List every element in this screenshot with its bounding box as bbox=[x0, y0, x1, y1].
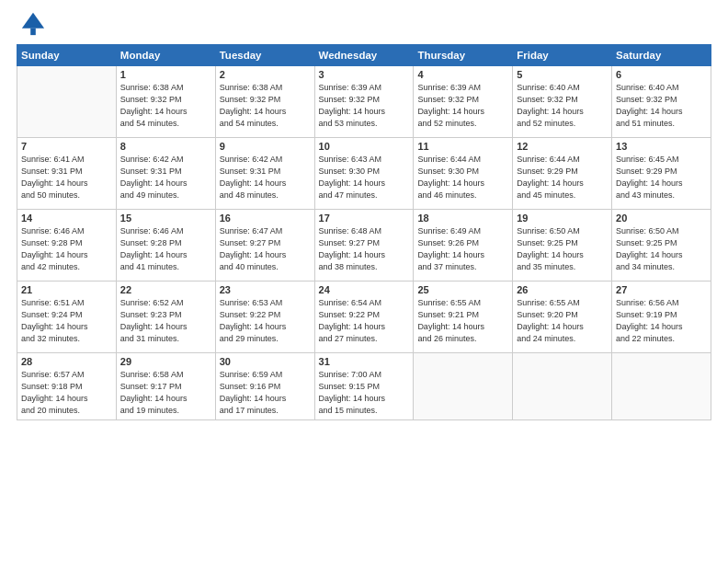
day-number: 31 bbox=[319, 356, 410, 367]
calendar-cell: 7Sunrise: 6:41 AMSunset: 9:31 PMDaylight… bbox=[17, 138, 117, 210]
calendar-cell: 31Sunrise: 7:00 AMSunset: 9:15 PMDayligh… bbox=[314, 353, 414, 420]
calendar-cell: 14Sunrise: 6:46 AMSunset: 9:28 PMDayligh… bbox=[17, 210, 117, 282]
day-number: 26 bbox=[517, 284, 608, 295]
day-info: Sunrise: 6:38 AMSunset: 9:32 PMDaylight:… bbox=[220, 82, 311, 130]
day-info: Sunrise: 6:54 AMSunset: 9:22 PMDaylight:… bbox=[319, 297, 410, 345]
day-info: Sunrise: 6:51 AMSunset: 9:24 PMDaylight:… bbox=[21, 297, 112, 345]
day-number: 12 bbox=[517, 141, 608, 152]
weekday-header-thursday: Thursday bbox=[414, 45, 513, 66]
day-number: 25 bbox=[417, 284, 508, 295]
day-number: 2 bbox=[220, 69, 311, 80]
weekday-header-monday: Monday bbox=[116, 45, 215, 66]
calendar-cell: 17Sunrise: 6:48 AMSunset: 9:27 PMDayligh… bbox=[314, 210, 414, 282]
day-info: Sunrise: 6:45 AMSunset: 9:29 PMDaylight:… bbox=[616, 154, 707, 201]
day-number: 6 bbox=[616, 69, 707, 80]
calendar-cell: 3Sunrise: 6:39 AMSunset: 9:32 PMDaylight… bbox=[314, 66, 414, 138]
calendar-cell: 2Sunrise: 6:38 AMSunset: 9:32 PMDaylight… bbox=[215, 66, 314, 138]
calendar-cell: 23Sunrise: 6:53 AMSunset: 9:22 PMDayligh… bbox=[215, 282, 314, 353]
day-number: 15 bbox=[120, 213, 211, 224]
day-number: 29 bbox=[120, 356, 211, 367]
day-info: Sunrise: 7:00 AMSunset: 9:15 PMDaylight:… bbox=[319, 369, 410, 417]
day-info: Sunrise: 6:43 AMSunset: 9:30 PMDaylight:… bbox=[319, 154, 410, 201]
day-number: 8 bbox=[120, 141, 211, 152]
day-info: Sunrise: 6:42 AMSunset: 9:31 PMDaylight:… bbox=[120, 154, 211, 201]
day-info: Sunrise: 6:39 AMSunset: 9:32 PMDaylight:… bbox=[319, 82, 410, 130]
day-info: Sunrise: 6:46 AMSunset: 9:28 PMDaylight:… bbox=[21, 225, 112, 273]
calendar-cell: 19Sunrise: 6:50 AMSunset: 9:25 PMDayligh… bbox=[513, 210, 612, 282]
calendar-cell: 28Sunrise: 6:57 AMSunset: 9:18 PMDayligh… bbox=[17, 353, 117, 420]
day-info: Sunrise: 6:53 AMSunset: 9:22 PMDaylight:… bbox=[220, 297, 311, 345]
day-info: Sunrise: 6:40 AMSunset: 9:32 PMDaylight:… bbox=[517, 82, 608, 130]
weekday-header-saturday: Saturday bbox=[612, 45, 711, 66]
day-info: Sunrise: 6:55 AMSunset: 9:20 PMDaylight:… bbox=[517, 297, 608, 345]
calendar-cell: 12Sunrise: 6:44 AMSunset: 9:29 PMDayligh… bbox=[513, 138, 612, 210]
calendar-cell: 20Sunrise: 6:50 AMSunset: 9:25 PMDayligh… bbox=[612, 210, 711, 282]
day-info: Sunrise: 6:44 AMSunset: 9:30 PMDaylight:… bbox=[417, 154, 508, 201]
day-info: Sunrise: 6:48 AMSunset: 9:27 PMDaylight:… bbox=[319, 225, 410, 273]
day-number: 11 bbox=[417, 141, 508, 152]
calendar-cell: 9Sunrise: 6:42 AMSunset: 9:31 PMDaylight… bbox=[215, 138, 314, 210]
day-info: Sunrise: 6:56 AMSunset: 9:19 PMDaylight:… bbox=[616, 297, 707, 345]
calendar-cell bbox=[17, 66, 117, 138]
calendar-cell: 1Sunrise: 6:38 AMSunset: 9:32 PMDaylight… bbox=[116, 66, 215, 138]
day-info: Sunrise: 6:41 AMSunset: 9:31 PMDaylight:… bbox=[21, 154, 112, 201]
day-number: 28 bbox=[21, 356, 112, 367]
calendar-cell: 5Sunrise: 6:40 AMSunset: 9:32 PMDaylight… bbox=[513, 66, 612, 138]
day-number: 1 bbox=[120, 69, 211, 80]
calendar-cell: 22Sunrise: 6:52 AMSunset: 9:23 PMDayligh… bbox=[116, 282, 215, 353]
weekday-header-wednesday: Wednesday bbox=[314, 45, 414, 66]
weekday-header-row: SundayMondayTuesdayWednesdayThursdayFrid… bbox=[17, 45, 711, 66]
svg-rect-1 bbox=[30, 29, 36, 35]
calendar-cell bbox=[414, 353, 513, 420]
day-number: 7 bbox=[21, 141, 112, 152]
day-number: 21 bbox=[21, 284, 112, 295]
day-number: 27 bbox=[616, 284, 707, 295]
calendar-week-row: 7Sunrise: 6:41 AMSunset: 9:31 PMDaylight… bbox=[17, 138, 711, 210]
calendar-cell: 15Sunrise: 6:46 AMSunset: 9:28 PMDayligh… bbox=[116, 210, 215, 282]
day-info: Sunrise: 6:40 AMSunset: 9:32 PMDaylight:… bbox=[616, 82, 707, 130]
day-info: Sunrise: 6:38 AMSunset: 9:32 PMDaylight:… bbox=[120, 82, 211, 130]
calendar-cell: 29Sunrise: 6:58 AMSunset: 9:17 PMDayligh… bbox=[116, 353, 215, 420]
calendar-page: SundayMondayTuesdayWednesdayThursdayFrid… bbox=[0, 0, 728, 563]
day-number: 24 bbox=[319, 284, 410, 295]
logo-icon bbox=[20, 11, 46, 37]
calendar-cell: 16Sunrise: 6:47 AMSunset: 9:27 PMDayligh… bbox=[215, 210, 314, 282]
day-number: 30 bbox=[220, 356, 311, 367]
day-number: 4 bbox=[417, 69, 508, 80]
day-number: 10 bbox=[319, 141, 410, 152]
day-number: 17 bbox=[319, 213, 410, 224]
day-info: Sunrise: 6:50 AMSunset: 9:25 PMDaylight:… bbox=[616, 225, 707, 273]
day-number: 13 bbox=[616, 141, 707, 152]
calendar-cell: 6Sunrise: 6:40 AMSunset: 9:32 PMDaylight… bbox=[612, 66, 711, 138]
day-number: 22 bbox=[120, 284, 211, 295]
day-info: Sunrise: 6:55 AMSunset: 9:21 PMDaylight:… bbox=[417, 297, 508, 345]
day-number: 16 bbox=[220, 213, 311, 224]
calendar-week-row: 1Sunrise: 6:38 AMSunset: 9:32 PMDaylight… bbox=[17, 66, 711, 138]
calendar-cell bbox=[612, 353, 711, 420]
calendar-cell: 18Sunrise: 6:49 AMSunset: 9:26 PMDayligh… bbox=[414, 210, 513, 282]
calendar-cell: 8Sunrise: 6:42 AMSunset: 9:31 PMDaylight… bbox=[116, 138, 215, 210]
day-info: Sunrise: 6:58 AMSunset: 9:17 PMDaylight:… bbox=[120, 369, 211, 417]
day-info: Sunrise: 6:50 AMSunset: 9:25 PMDaylight:… bbox=[517, 225, 608, 273]
day-number: 23 bbox=[220, 284, 311, 295]
day-number: 19 bbox=[517, 213, 608, 224]
calendar-cell: 21Sunrise: 6:51 AMSunset: 9:24 PMDayligh… bbox=[17, 282, 117, 353]
day-info: Sunrise: 6:39 AMSunset: 9:32 PMDaylight:… bbox=[417, 82, 508, 130]
weekday-header-sunday: Sunday bbox=[17, 45, 117, 66]
day-info: Sunrise: 6:44 AMSunset: 9:29 PMDaylight:… bbox=[517, 154, 608, 201]
calendar-table: SundayMondayTuesdayWednesdayThursdayFrid… bbox=[17, 44, 711, 420]
calendar-week-row: 28Sunrise: 6:57 AMSunset: 9:18 PMDayligh… bbox=[17, 353, 711, 420]
calendar-cell: 26Sunrise: 6:55 AMSunset: 9:20 PMDayligh… bbox=[513, 282, 612, 353]
calendar-cell: 4Sunrise: 6:39 AMSunset: 9:32 PMDaylight… bbox=[414, 66, 513, 138]
calendar-week-row: 21Sunrise: 6:51 AMSunset: 9:24 PMDayligh… bbox=[17, 282, 711, 353]
calendar-cell: 27Sunrise: 6:56 AMSunset: 9:19 PMDayligh… bbox=[612, 282, 711, 353]
day-number: 14 bbox=[21, 213, 112, 224]
day-info: Sunrise: 6:47 AMSunset: 9:27 PMDaylight:… bbox=[220, 225, 311, 273]
svg-marker-0 bbox=[22, 13, 44, 29]
calendar-cell: 10Sunrise: 6:43 AMSunset: 9:30 PMDayligh… bbox=[314, 138, 414, 210]
day-info: Sunrise: 6:57 AMSunset: 9:18 PMDaylight:… bbox=[21, 369, 112, 417]
logo bbox=[17, 15, 46, 37]
calendar-cell: 30Sunrise: 6:59 AMSunset: 9:16 PMDayligh… bbox=[215, 353, 314, 420]
weekday-header-friday: Friday bbox=[513, 45, 612, 66]
day-number: 3 bbox=[319, 69, 410, 80]
